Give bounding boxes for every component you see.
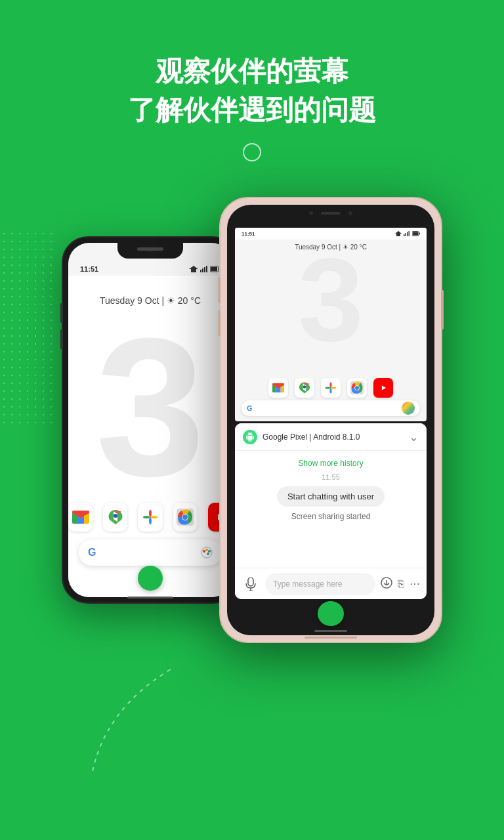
left-phone-home-button[interactable] xyxy=(138,566,163,591)
microphone-button[interactable] xyxy=(242,575,260,593)
chat-input-placeholder: Type message here xyxy=(273,579,342,589)
left-phone-bottom-bar xyxy=(127,597,173,598)
svg-rect-0 xyxy=(200,270,201,272)
svg-rect-1 xyxy=(202,268,203,272)
chat-input-bar: Type message here ⎘ ⋯ xyxy=(235,568,427,599)
maps-icon xyxy=(103,503,127,532)
audio-button[interactable] xyxy=(381,577,392,591)
phones-container: 11:51 Tuesday 9 Oct | ☀ 20 °C 3 xyxy=(0,197,504,643)
right-phone-inner-date: Tuesday 9 Oct | ☀ 20 °C xyxy=(235,240,427,252)
gmail-icon xyxy=(68,503,93,532)
chat-panel: Google Pixel | Android 8.1.0 ⌄ Show more… xyxy=(235,423,427,599)
big-number-3-left: 3 xyxy=(96,308,205,505)
svg-point-17 xyxy=(208,550,211,553)
left-phone-status-bar: 11:51 xyxy=(68,262,232,276)
chat-timestamp: 11:55 xyxy=(244,471,417,484)
right-phone-bottom-bar xyxy=(304,637,357,639)
svg-rect-2 xyxy=(204,267,205,272)
chat-messages-area: Show more history 11:55 Start chatting w… xyxy=(235,451,427,529)
chat-bubble-start-chatting: Start chatting with user xyxy=(277,486,385,507)
left-phone-screen: 11:51 Tuesday 9 Oct | ☀ 20 °C 3 xyxy=(68,243,232,597)
device-info-text: Google Pixel | Android 8.1.0 xyxy=(262,432,360,442)
inner-chrome-icon xyxy=(347,378,367,398)
svg-rect-3 xyxy=(206,266,207,272)
chat-action-buttons: ⎘ ⋯ xyxy=(381,577,420,591)
page-background: 观察伙伴的萤幕 了解伙伴遇到的问题 xyxy=(0,0,504,840)
title-section: 观察伙伴的萤幕 了解伙伴遇到的问题 xyxy=(0,0,504,181)
svg-marker-30 xyxy=(382,386,386,390)
svg-text:G: G xyxy=(88,547,96,558)
svg-point-26 xyxy=(303,385,306,388)
chrome-icon xyxy=(173,503,198,532)
inner-photos-icon xyxy=(321,378,341,398)
svg-point-7 xyxy=(114,514,117,518)
android-logo xyxy=(243,430,257,444)
more-options-button[interactable]: ⋯ xyxy=(410,578,420,590)
svg-rect-5 xyxy=(211,267,217,271)
svg-point-16 xyxy=(205,549,208,551)
left-phone: 11:51 Tuesday 9 Oct | ☀ 20 °C 3 xyxy=(62,236,239,604)
inner-youtube-icon xyxy=(373,378,393,398)
svg-point-15 xyxy=(203,550,205,553)
screen-sharing-message: Screen sharing started xyxy=(244,509,417,524)
right-phone-home-button[interactable] xyxy=(318,601,344,626)
chat-header: Google Pixel | Android 8.1.0 ⌄ xyxy=(235,423,427,451)
svg-rect-25 xyxy=(419,233,421,235)
svg-point-10 xyxy=(182,514,188,520)
page-title: 观察伙伴的萤幕 了解伙伴遇到的问题 xyxy=(0,52,504,130)
chat-text-input[interactable]: Type message here xyxy=(265,573,375,595)
svg-rect-21 xyxy=(407,232,408,237)
svg-rect-32 xyxy=(248,578,253,586)
title-line2: 了解伙伴遇到的问题 xyxy=(128,94,376,125)
svg-rect-19 xyxy=(404,234,405,236)
circle-indicator xyxy=(243,143,261,161)
left-phone-time: 11:51 xyxy=(80,265,98,273)
svg-point-18 xyxy=(207,553,209,555)
dashed-arc-decoration xyxy=(52,656,197,788)
right-phone-screen: 11:51 Tuesday 9 Oct | ☀ 20 °C 3 xyxy=(227,205,434,635)
svg-text:G: G xyxy=(247,404,252,412)
settings-button[interactable]: ⎘ xyxy=(398,578,404,590)
left-phone-google-search[interactable]: G xyxy=(79,539,222,566)
show-history-link[interactable]: Show more history xyxy=(244,456,417,471)
svg-rect-24 xyxy=(413,232,418,236)
svg-rect-22 xyxy=(409,231,410,236)
title-line1: 观察伙伴的萤幕 xyxy=(156,56,348,87)
right-phone: 11:51 Tuesday 9 Oct | ☀ 20 °C 3 xyxy=(219,197,442,643)
inner-google-search: G xyxy=(242,400,420,416)
inner-gmail-icon xyxy=(268,378,288,398)
left-phone-date: Tuesday 9 Oct | ☀ 20 °C xyxy=(68,276,232,306)
svg-rect-20 xyxy=(406,233,407,236)
svg-point-29 xyxy=(355,386,359,390)
photos-icon xyxy=(138,503,162,532)
right-phone-inner-screen: 11:51 Tuesday 9 Oct | ☀ 20 °C 3 xyxy=(235,228,427,421)
left-phone-app-row xyxy=(68,503,232,532)
inner-maps-icon xyxy=(295,378,314,398)
chevron-down-icon[interactable]: ⌄ xyxy=(409,431,419,443)
